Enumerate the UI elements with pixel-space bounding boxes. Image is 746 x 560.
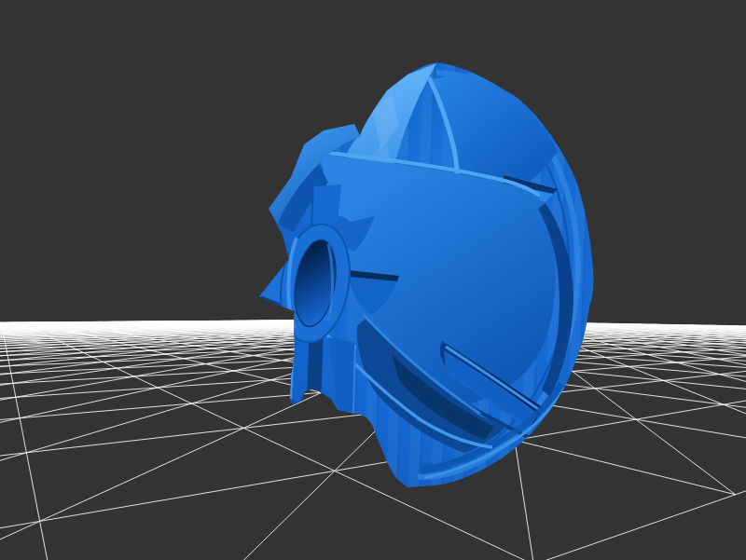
spoke-up	[310, 184, 341, 226]
3d-viewport[interactable]	[0, 0, 746, 560]
impeller-model[interactable]	[0, 0, 746, 560]
